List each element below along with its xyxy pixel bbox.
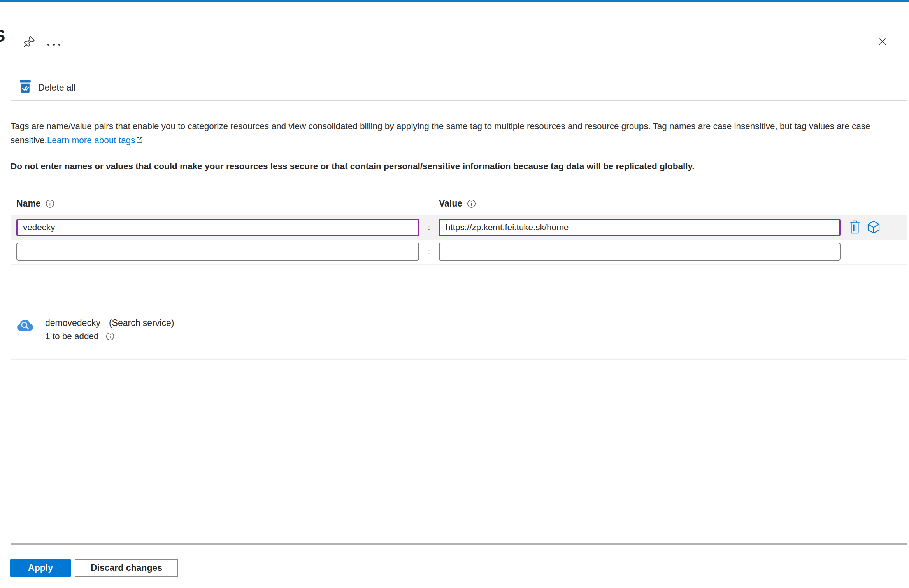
spacer [0,360,909,543]
footer-actions: Apply Discard changes [10,559,909,577]
tags-blade: S [0,0,909,588]
security-warning: Do not enter names or values that could … [11,161,899,172]
tag-value-input[interactable] [439,219,841,236]
tag-row: : [11,215,907,240]
tag-rows: : [0,215,909,262]
value-column-header-cell: Value [439,198,476,209]
more-button[interactable] [46,38,62,51]
tag-value-input[interactable] [439,243,841,261]
toolbar: Delete all [0,78,909,97]
discard-changes-button[interactable]: Discard changes [75,559,178,577]
close-button[interactable] [876,35,890,50]
close-icon [877,42,888,48]
name-column-header-cell: Name [16,198,439,209]
delete-all-label: Delete all [38,82,75,93]
search-service-icon [16,317,35,341]
name-column-header: Name [16,198,41,209]
blade-partial-title: S [0,26,5,46]
tag-name-input[interactable] [16,219,419,236]
tag-row: : [11,241,907,262]
cube-icon [867,220,881,235]
toolbar-divider [11,100,907,101]
resource-name: demovedecky [45,318,100,328]
tag-row-actions [848,219,881,236]
name-info-icon[interactable] [46,199,54,208]
resource-tag-button[interactable] [866,219,881,236]
delete-tag-button[interactable] [848,219,862,236]
more-icon [47,44,49,46]
tag-name-input[interactable] [16,243,419,261]
tags-description: Tags are name/value pairs that enable yo… [11,119,899,148]
apply-button[interactable]: Apply [10,559,71,577]
rows-divider [11,264,907,265]
external-link-icon [135,134,144,148]
tag-grid-headers: Name Value [16,196,909,210]
value-info-icon[interactable] [467,199,476,208]
colon-separator: : [419,247,439,257]
pending-changes-label: 1 to be added [45,331,99,341]
resource-summary: demovedecky (Search service) 1 to be add… [16,317,909,341]
footer-divider [11,543,907,545]
pin-button[interactable] [21,33,37,51]
trash-icon [848,220,861,235]
resource-lines: demovedecky (Search service) 1 to be add… [45,317,174,341]
resource-type: (Search service) [109,318,174,328]
delete-all-button[interactable]: Delete all [19,79,75,96]
learn-more-link[interactable]: Learn more about tags [47,135,135,145]
colon-separator: : [419,222,439,233]
delete-all-icon [19,79,32,96]
pin-icon [23,44,36,50]
value-column-header: Value [439,198,462,209]
pending-info-icon[interactable] [106,332,114,341]
blade-header: S [0,2,909,52]
